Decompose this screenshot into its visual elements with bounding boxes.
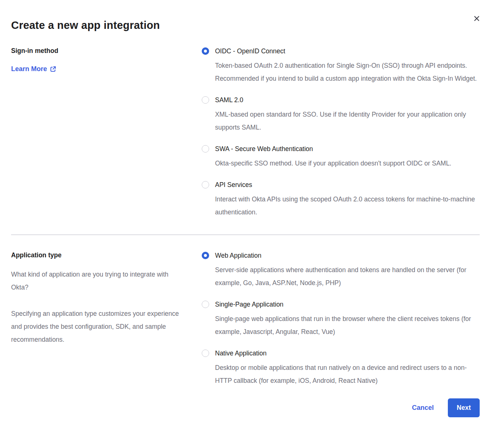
radio-option-native-application[interactable]: Native Application Desktop or mobile app… [202,349,480,387]
radio-option-single-page-application[interactable]: Single-Page Application Single-page web … [202,300,480,338]
close-button[interactable] [472,14,481,23]
section-divider [11,234,480,235]
radio-option-label: API Services [215,181,480,189]
radio-unselected-icon[interactable] [202,181,209,188]
radio-option-description: Okta-specific SSO method. Use if your ap… [215,157,451,170]
signin-method-section: Sign-in method Learn More OIDC - OpenID … [11,47,480,219]
radio-option-saml[interactable]: SAML 2.0 XML-based open standard for SSO… [202,96,480,134]
dialog-title: Create a new app integration [11,19,480,31]
radio-option-web-application[interactable]: Web Application Server-side applications… [202,251,480,290]
radio-unselected-icon[interactable] [202,96,209,104]
cancel-button[interactable]: Cancel [412,404,434,412]
close-icon [474,16,480,21]
signin-method-radio-group: OIDC - OpenID Connect Token-based OAuth … [202,47,480,219]
radio-option-content: Web Application Server-side applications… [215,251,480,290]
radio-option-description: Server-side applications where authentic… [215,264,480,290]
radio-option-label: Native Application [215,349,480,357]
radio-option-content: Single-Page Application Single-page web … [215,300,480,338]
radio-option-label: Web Application [215,251,480,260]
radio-selected-icon[interactable] [202,252,209,259]
radio-selected-icon[interactable] [202,47,209,55]
radio-option-content: SAML 2.0 XML-based open standard for SSO… [215,96,480,134]
radio-option-content: SWA - Secure Web Authentication Okta-spe… [215,145,451,170]
signin-method-heading: Sign-in method [11,47,202,55]
radio-option-oidc[interactable]: OIDC - OpenID Connect Token-based OAuth … [202,47,480,85]
next-button[interactable]: Next [448,398,480,417]
radio-option-label: SWA - Secure Web Authentication [215,145,451,153]
create-app-integration-dialog: Create a new app integration Sign-in met… [0,0,493,448]
radio-option-description: Desktop or mobile applications that run … [215,361,480,387]
radio-option-description: XML-based open standard for SSO. Use if … [215,108,480,134]
application-type-heading: Application type [11,251,202,259]
radio-option-content: Native Application Desktop or mobile app… [215,349,480,387]
radio-option-label: OIDC - OpenID Connect [215,47,480,55]
external-link-icon [50,66,56,72]
radio-option-description: Single-page web applications that run in… [215,312,480,338]
radio-option-api-services[interactable]: API Services Interact with Okta APIs usi… [202,181,480,219]
learn-more-label: Learn More [11,65,47,73]
radio-unselected-icon[interactable] [202,350,209,357]
dialog-footer: Cancel Next [11,398,480,417]
radio-option-label: Single-Page Application [215,300,480,308]
application-type-section: Application type What kind of applicatio… [11,251,480,387]
radio-unselected-icon[interactable] [202,301,209,308]
learn-more-link[interactable]: Learn More [11,65,56,73]
application-type-radio-group: Web Application Server-side applications… [202,251,480,387]
radio-option-content: OIDC - OpenID Connect Token-based OAuth … [215,47,480,85]
signin-method-left-column: Sign-in method Learn More [11,47,202,219]
application-type-explanation: Specifying an application type customize… [11,307,185,346]
radio-option-swa[interactable]: SWA - Secure Web Authentication Okta-spe… [202,145,480,170]
application-type-left-column: Application type What kind of applicatio… [11,251,202,387]
radio-option-description: Token-based OAuth 2.0 authentication for… [215,59,480,85]
radio-unselected-icon[interactable] [202,145,209,153]
radio-option-label: SAML 2.0 [215,96,480,104]
radio-option-description: Interact with Okta APIs using the scoped… [215,193,480,219]
application-type-question: What kind of application are you trying … [11,268,185,294]
radio-option-content: API Services Interact with Okta APIs usi… [215,181,480,219]
